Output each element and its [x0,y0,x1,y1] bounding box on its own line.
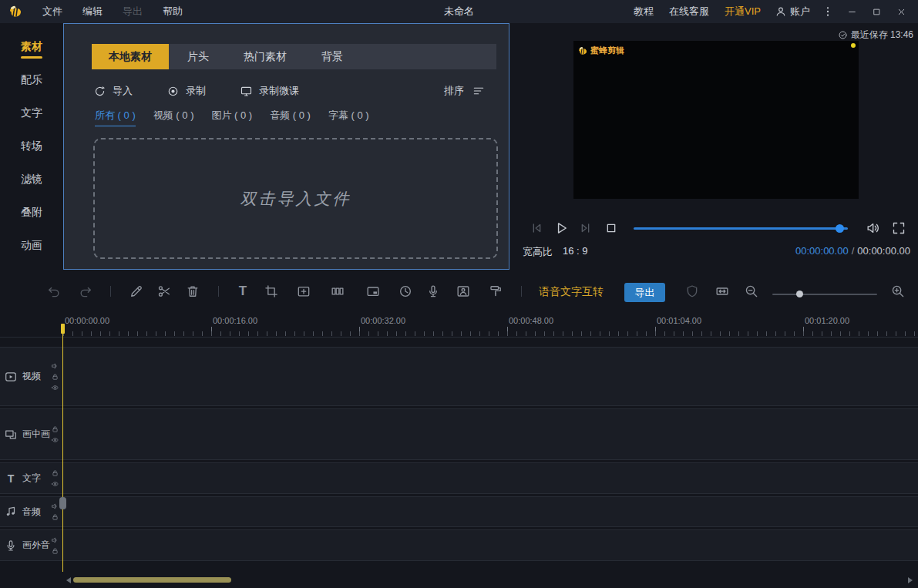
volume-icon [866,220,881,236]
track-row-text[interactable]: T 文字 [0,462,918,494]
playhead-cap[interactable] [61,324,65,334]
sidebar-item-transition[interactable]: 转场 [0,138,63,153]
tab-background[interactable]: 背景 [303,44,361,69]
time-display: 00:00:00.00/00:00:00.00 [795,245,910,257]
tab-hot-material[interactable]: 热门素材 [227,44,303,69]
aspect-ratio-value[interactable]: 16 : 9 [563,245,588,259]
track-row-voiceover[interactable]: 画外音 [0,529,918,561]
filter-subtitle[interactable]: 字幕 ( 0 ) [328,109,369,126]
text-tool-button[interactable]: T [235,284,251,299]
scroll-left-arrow-icon[interactable] [66,577,71,583]
export-button[interactable]: 导出 [624,283,665,302]
maximize-button[interactable] [864,0,889,23]
microphone-icon [425,284,441,299]
split-button[interactable] [156,284,172,299]
text-track-icon: T [4,472,18,486]
split-screen-button[interactable] [330,284,345,299]
playhead[interactable] [62,324,63,572]
sidebar-item-text[interactable]: 文字 [0,105,63,120]
menu-file[interactable]: 文件 [32,5,72,18]
close-icon [896,7,906,17]
account-link[interactable]: 账户 [787,5,816,18]
filter-all[interactable]: 所有 ( 0 ) [95,109,136,126]
horizontal-scrollbar-thumb[interactable] [73,577,231,583]
mosaic-button[interactable] [296,284,311,299]
zoom-in-button[interactable] [890,284,906,299]
menu-bar: 文件 编辑 导出 帮助 [32,5,193,18]
edit-clip-button[interactable] [129,284,144,299]
next-frame-button[interactable] [578,220,594,236]
preview-screen[interactable]: 蜜蜂剪辑 [573,41,859,199]
crop-button[interactable] [264,284,279,299]
sidebar-item-music[interactable]: 配乐 [0,72,63,87]
portrait-cutout-button[interactable] [456,284,471,299]
redo-button[interactable] [78,284,93,299]
account-icon[interactable] [775,5,787,18]
track-row-audio[interactable]: 音频 [0,496,918,527]
lock-icon[interactable] [51,546,59,555]
protect-button[interactable] [684,284,700,299]
track-controls [51,425,59,444]
timeline-zoom-handle[interactable] [796,291,803,297]
filter-audio[interactable]: 音频 ( 0 ) [270,109,311,126]
preview-progress-slider[interactable] [634,227,848,230]
sidebar-item-animation[interactable]: 动画 [0,237,63,253]
sidebar-item-overlay[interactable]: 叠附 [0,204,63,220]
voiceover-button[interactable] [425,284,441,299]
play-button[interactable] [553,220,570,237]
volume-button[interactable] [866,220,881,236]
style-button[interactable] [488,284,503,299]
timeline-zoom-slider[interactable] [772,294,877,295]
toolbar-divider [110,286,111,297]
minimize-button[interactable] [839,0,864,23]
track-row-pip[interactable]: 画中画 [0,408,918,460]
lock-icon[interactable] [51,425,59,433]
track-label: 画外音 [22,539,50,552]
lock-icon[interactable] [51,469,59,477]
scroll-right-arrow-icon[interactable] [908,577,913,583]
previous-frame-button[interactable] [529,220,544,236]
freeze-frame-button[interactable] [365,284,381,299]
close-button[interactable] [889,0,913,23]
eye-icon[interactable] [51,479,59,488]
track-row-video[interactable]: 视频 [0,347,918,406]
support-link[interactable]: 在线客服 [661,5,717,18]
eye-icon[interactable] [51,383,59,391]
mute-icon[interactable] [51,361,59,370]
tab-local-material[interactable]: 本地素材 [92,44,169,69]
sort-button[interactable]: 排序 [444,84,498,98]
more-menu-icon[interactable] [821,5,835,18]
preview-progress-handle[interactable] [836,224,844,233]
import-button[interactable]: 导入 [93,84,133,98]
menu-edit[interactable]: 编辑 [72,5,113,18]
vip-link[interactable]: 开通VIP [717,5,768,18]
import-dropzone[interactable]: 双击导入文件 [93,138,498,259]
fullscreen-icon [891,220,906,236]
filter-video[interactable]: 视频 ( 0 ) [153,109,194,126]
duration-button[interactable] [398,284,413,299]
menu-help[interactable]: 帮助 [153,5,193,18]
eye-icon[interactable] [51,435,59,444]
tutorial-link[interactable]: 教程 [626,5,661,18]
lock-icon[interactable] [51,372,59,381]
tab-intro[interactable]: 片头 [169,44,227,69]
stop-button[interactable] [604,220,619,236]
timeline-ruler[interactable]: 00:00:00.00 00:00:16.00 00:00:32.00 00:0… [0,308,918,338]
sidebar-item-material[interactable]: 素材 [0,39,63,54]
delete-button[interactable] [185,284,200,299]
filter-image[interactable]: 图片 ( 0 ) [211,109,252,126]
mute-icon[interactable] [51,502,59,511]
record-lesson-button[interactable]: 录制微课 [240,84,299,98]
mute-icon[interactable] [51,536,59,544]
record-button[interactable]: 录制 [166,84,206,98]
redo-icon [78,284,93,299]
undo-button[interactable] [46,284,62,299]
speech-text-convert-button[interactable]: 语音文字互转 [539,285,604,299]
fullscreen-button[interactable] [891,220,906,236]
fit-timeline-button[interactable] [715,284,730,299]
zoom-out-button[interactable] [744,284,759,299]
toolbar-divider [521,286,522,297]
playhead-handle[interactable] [59,497,66,509]
sidebar-item-filter[interactable]: 滤镜 [0,171,63,186]
lock-icon[interactable] [51,513,59,522]
